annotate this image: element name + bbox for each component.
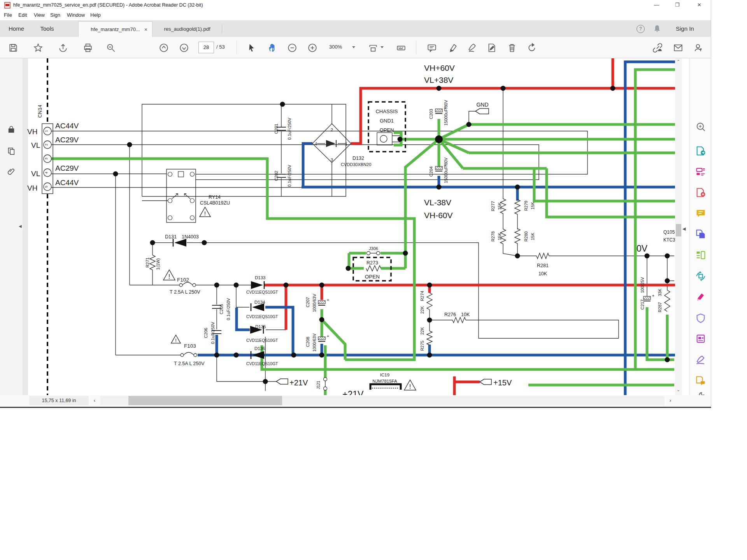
relay-pin — [168, 199, 172, 203]
schematic-label: VL — [31, 170, 40, 178]
tab-document-2[interactable]: res_audiogold(1).pdf — [153, 21, 222, 37]
zoom-tool-icon[interactable] — [106, 43, 116, 53]
title-bar[interactable]: hfe_marantz_mm7025_service_en.pdf (SECUR… — [0, 0, 711, 10]
menu-file[interactable]: File — [4, 12, 12, 18]
fill-sign-icon[interactable] — [487, 43, 497, 53]
comment-tool-icon[interactable] — [695, 208, 706, 219]
protect-pdf-icon[interactable] — [695, 313, 706, 324]
junction-dot — [284, 283, 289, 288]
warning-exclamation: ! — [204, 210, 206, 217]
vertical-scroll-thumb[interactable] — [676, 224, 681, 236]
combine-files-icon[interactable] — [695, 229, 706, 240]
scroll-up-arrow[interactable]: ⌃ — [677, 59, 680, 64]
vertical-scrollbar[interactable]: ⌃ ⌄ — [675, 58, 682, 395]
left-rail-collapse-icon[interactable]: ◀ — [19, 224, 22, 228]
save-icon[interactable] — [8, 43, 18, 53]
junction-dot — [501, 86, 506, 91]
star-icon[interactable] — [33, 43, 43, 53]
comment-icon[interactable] — [427, 43, 437, 53]
create-pdf-icon[interactable] — [695, 187, 706, 198]
menu-sign[interactable]: Sign — [50, 12, 60, 18]
search-tools-icon[interactable] — [695, 121, 706, 132]
hand-tool-icon[interactable] — [267, 43, 277, 53]
pdf-page-viewport[interactable]: +++++!!!!CN1412345VHVLVLVHAC44VAC29VAC29… — [23, 58, 675, 395]
edit-pdf-icon[interactable] — [695, 166, 706, 177]
export-pdf-icon[interactable] — [695, 145, 706, 156]
minimize-button[interactable]: — — [648, 0, 665, 10]
select-cursor-icon[interactable] — [247, 43, 257, 53]
schematic-label: R279 — [524, 201, 528, 211]
security-lock-icon[interactable] — [7, 125, 16, 134]
tab-document-active[interactable]: hfe_marantz_mm70... × — [78, 21, 153, 37]
jumper-terminal — [324, 387, 327, 390]
scrolling-mode-icon[interactable] — [396, 43, 406, 53]
help-icon[interactable]: ? — [637, 25, 645, 33]
scroll-down-arrow[interactable]: ⌄ — [677, 387, 680, 392]
previous-page-icon[interactable] — [159, 43, 169, 53]
sign-pen-icon[interactable] — [467, 43, 477, 53]
scan-ocr-icon[interactable] — [695, 271, 706, 282]
highlight-tool-icon[interactable] — [695, 292, 706, 303]
redact-icon[interactable] — [695, 333, 706, 344]
zoom-in-icon[interactable] — [307, 43, 317, 53]
menu-view[interactable]: View — [34, 12, 45, 18]
schematic-label: 1 — [345, 142, 347, 146]
page-number-input[interactable]: 28 — [198, 42, 214, 53]
delete-pages-icon[interactable] — [507, 43, 517, 53]
send-link-icon[interactable] — [652, 43, 663, 53]
share-upload-icon[interactable] — [58, 43, 68, 53]
junction-dot — [234, 283, 239, 288]
junction-dot — [150, 240, 155, 245]
attachments-paperclip-icon[interactable] — [7, 168, 16, 176]
next-page-icon[interactable] — [179, 43, 189, 53]
horizontal-scroll-thumb[interactable] — [128, 396, 282, 405]
menu-edit[interactable]: Edit — [18, 12, 27, 18]
fit-width-icon[interactable] — [368, 43, 378, 53]
add-account-icon[interactable] — [693, 43, 703, 53]
close-button[interactable]: ✕ — [691, 0, 708, 10]
request-signatures-icon[interactable] — [695, 375, 706, 386]
menu-help[interactable]: Help — [90, 12, 101, 18]
jumper-terminal — [324, 378, 327, 381]
fill-sign-tool-icon[interactable] — [695, 354, 706, 365]
schematic-label: 2 — [44, 144, 48, 145]
horizontal-scrollbar[interactable] — [100, 396, 665, 405]
scroll-right-chevron[interactable]: › — [666, 396, 674, 405]
tab-home[interactable]: Home — [5, 20, 27, 37]
zoom-out-icon[interactable] — [287, 43, 297, 53]
schematic-label: C203 — [429, 109, 433, 119]
restore-button[interactable]: ❐ — [668, 0, 686, 10]
scroll-left-chevron[interactable]: ‹ — [91, 396, 98, 405]
sign-in-button[interactable]: Sign In — [676, 20, 694, 37]
zoom-dropdown-caret[interactable] — [352, 46, 355, 48]
menu-window[interactable]: Window — [67, 12, 85, 18]
junction-dot — [427, 353, 432, 358]
fit-dropdown-caret[interactable] — [381, 46, 384, 48]
schematic-label: 0.1uF/250V — [226, 298, 231, 320]
warning-exclamation: ! — [409, 383, 411, 390]
schematic-label: R277 — [491, 201, 495, 211]
tab-tools[interactable]: Tools — [36, 20, 58, 37]
tab-close-icon[interactable]: × — [144, 22, 147, 37]
notification-bell-icon[interactable] — [653, 24, 661, 33]
window-title: hfe_marantz_mm7025_service_en.pdf (SECUR… — [13, 2, 203, 8]
schematic-label: T 2.5A L 250V — [170, 289, 200, 295]
email-icon[interactable] — [673, 43, 683, 53]
schematic-label: NJM7815FA — [372, 379, 397, 383]
page-thumbnails-icon[interactable] — [7, 147, 16, 155]
organize-pages-icon[interactable] — [695, 250, 706, 261]
relay-pin — [190, 172, 195, 177]
right-panel-collapse-arrow[interactable]: ◀ — [682, 225, 689, 233]
schematic-label: C206 — [203, 328, 208, 338]
fuse-terminal — [181, 354, 184, 357]
schematic-label: 22K — [420, 327, 424, 335]
schematic-label: CHASSIS — [375, 108, 398, 114]
schematic-label: 0V — [637, 243, 648, 254]
highlight-icon[interactable] — [448, 43, 458, 53]
schematic-label: 1N4003 — [182, 234, 199, 240]
zoom-level-value[interactable]: 300% — [329, 42, 342, 52]
schematic-label: OPEN — [380, 127, 394, 133]
print-icon[interactable] — [83, 43, 93, 53]
rotate-icon[interactable] — [527, 43, 537, 53]
schematic-label: D135 — [255, 324, 266, 329]
